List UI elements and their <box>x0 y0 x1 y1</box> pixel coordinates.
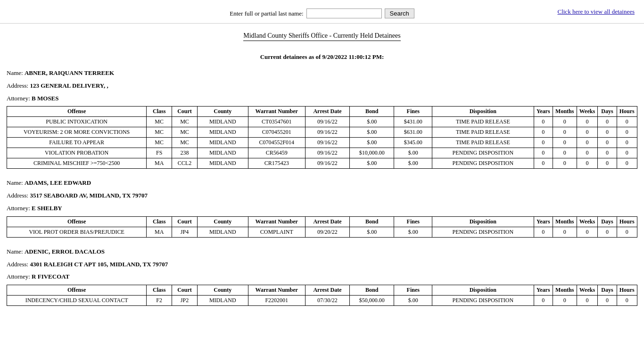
th-class: Class <box>147 107 172 117</box>
court-cell: MC <box>172 127 198 138</box>
attorney-label: Attorney: <box>7 273 32 280</box>
th-years: Years <box>534 216 553 227</box>
detainee-block: Name: ADENIC, ERROL DACALOS Address: 430… <box>7 247 637 306</box>
days-cell: 0 <box>598 296 617 306</box>
months-cell: 0 <box>553 138 577 148</box>
fines-cell: $.00 <box>394 296 432 306</box>
class-cell: FS <box>147 148 172 158</box>
arrest-date-cell: 09/16/22 <box>305 127 349 138</box>
weeks-cell: 0 <box>577 296 598 306</box>
weeks-cell: 0 <box>577 138 598 148</box>
weeks-cell: 0 <box>577 227 598 237</box>
disposition-cell: TIME PAID RELEASE <box>432 138 534 148</box>
detainee-name: ABNER, RAIQUANN TERREEK <box>25 69 114 76</box>
th-court: Court <box>172 107 198 117</box>
arrest-date-cell: 07/30/22 <box>305 296 349 306</box>
th-weeks: Weeks <box>577 216 598 227</box>
years-cell: 0 <box>534 127 553 138</box>
class-cell: MA <box>147 227 172 237</box>
detainee-attorney: E SHELBY <box>32 205 62 212</box>
days-cell: 0 <box>598 138 617 148</box>
warrant-cell: C0704552F014 <box>248 138 305 148</box>
fines-cell: $345.00 <box>394 138 432 148</box>
th-county: County <box>197 216 248 227</box>
fines-cell: $.00 <box>394 227 432 237</box>
table-row: VIOL PROT ORDER BIAS/PREJUDICE MA JP4 MI… <box>7 227 637 237</box>
court-cell: 238 <box>172 148 198 158</box>
hours-cell: 0 <box>617 138 637 148</box>
hours-cell: 0 <box>617 227 637 237</box>
years-cell: 0 <box>534 158 553 169</box>
county-cell: MIDLAND <box>197 148 248 158</box>
offense-cell: FAILURE TO APPEAR <box>7 138 147 148</box>
arrest-date-cell: 09/20/22 <box>305 227 349 237</box>
name-label: Name: <box>7 69 25 76</box>
fines-cell: $.00 <box>394 148 432 158</box>
disposition-cell: TIME PAID RELEASE <box>432 117 534 127</box>
days-cell: 0 <box>598 227 617 237</box>
court-cell: JP4 <box>172 227 198 237</box>
detainee-attorney: B MOSES <box>32 95 58 102</box>
class-cell: MC <box>147 127 172 138</box>
detainee-name: ADENIC, ERROL DACALOS <box>25 248 105 255</box>
bond-cell: $50,000.00 <box>350 296 394 306</box>
table-row: CRIMINAL MISCHIEF >=750<2500 MA CCL2 MID… <box>7 158 637 169</box>
th-arrest: Arrest Date <box>305 285 349 296</box>
hours-cell: 0 <box>617 117 637 127</box>
detainee-info: Name: ADENIC, ERROL DACALOS <box>7 247 637 257</box>
county-cell: MIDLAND <box>197 158 248 169</box>
search-input[interactable] <box>306 8 382 18</box>
th-offense: Offense <box>7 216 147 227</box>
hours-cell: 0 <box>617 127 637 138</box>
court-cell: JP2 <box>172 296 198 306</box>
address-label: Address: <box>7 192 30 199</box>
county-cell: MIDLAND <box>197 138 248 148</box>
warrant-cell: CR175423 <box>248 158 305 169</box>
disposition-cell: PENDING DISPOSITION <box>432 227 534 237</box>
table-row: FAILURE TO APPEAR MC MC MIDLAND C0704552… <box>7 138 637 148</box>
address-label: Address: <box>7 261 30 268</box>
th-fines: Fines <box>394 285 432 296</box>
detainee-address: 3517 SEABOARD AV, MIDLAND, TX 79707 <box>30 192 148 199</box>
detainee-address-line: Address: 123 GENERAL DELIVERY, , <box>7 81 637 91</box>
months-cell: 0 <box>553 158 577 169</box>
th-warrant: Warrant Number <box>248 107 305 117</box>
offense-table: Offense Class Court County Warrant Numbe… <box>7 106 637 169</box>
th-disposition: Disposition <box>432 107 534 117</box>
th-warrant: Warrant Number <box>248 216 305 227</box>
detainee-address: 4301 RALEIGH CT APT 105, MIDLAND, TX 797… <box>30 261 168 268</box>
th-years: Years <box>534 285 553 296</box>
page-title: Midland County Sheriffs Office - Current… <box>243 32 400 41</box>
th-days: Days <box>598 107 617 117</box>
detainee-name: ADAMS, LEE EDWARD <box>25 179 91 186</box>
search-area: Enter full or partial last name: Search <box>230 8 414 18</box>
name-label: Name: <box>7 248 25 255</box>
years-cell: 0 <box>534 296 553 306</box>
warrant-cell: CR56459 <box>248 148 305 158</box>
th-days: Days <box>598 216 617 227</box>
table-row: VIOLATION PROBATION FS 238 MIDLAND CR564… <box>7 148 637 158</box>
detainee-address-line: Address: 3517 SEABOARD AV, MIDLAND, TX 7… <box>7 191 637 201</box>
fines-cell: $631.00 <box>394 127 432 138</box>
arrest-date-cell: 09/16/22 <box>305 148 349 158</box>
th-county: County <box>197 107 248 117</box>
court-cell: CCL2 <box>172 158 198 169</box>
county-cell: MIDLAND <box>197 127 248 138</box>
court-cell: MC <box>172 117 198 127</box>
th-bond: Bond <box>350 107 394 117</box>
th-months: Months <box>553 216 577 227</box>
attorney-label: Attorney: <box>7 205 32 212</box>
disposition-cell: PENDING DISPOSITION <box>432 296 534 306</box>
table-header-row: Offense Class Court County Warrant Numbe… <box>7 107 637 117</box>
weeks-cell: 0 <box>577 158 598 169</box>
days-cell: 0 <box>598 148 617 158</box>
disposition-cell: TIME PAID RELEASE <box>432 127 534 138</box>
search-label: Enter full or partial last name: <box>230 10 303 17</box>
th-fines: Fines <box>394 216 432 227</box>
th-court: Court <box>172 216 198 227</box>
view-all-link[interactable]: Click here to view all detainees <box>557 8 635 16</box>
table-row: PUBLIC INTOXICATION MC MC MIDLAND CT0354… <box>7 117 637 127</box>
offense-cell: VIOL PROT ORDER BIAS/PREJUDICE <box>7 227 147 237</box>
search-button[interactable]: Search <box>385 8 414 18</box>
th-class: Class <box>147 216 172 227</box>
